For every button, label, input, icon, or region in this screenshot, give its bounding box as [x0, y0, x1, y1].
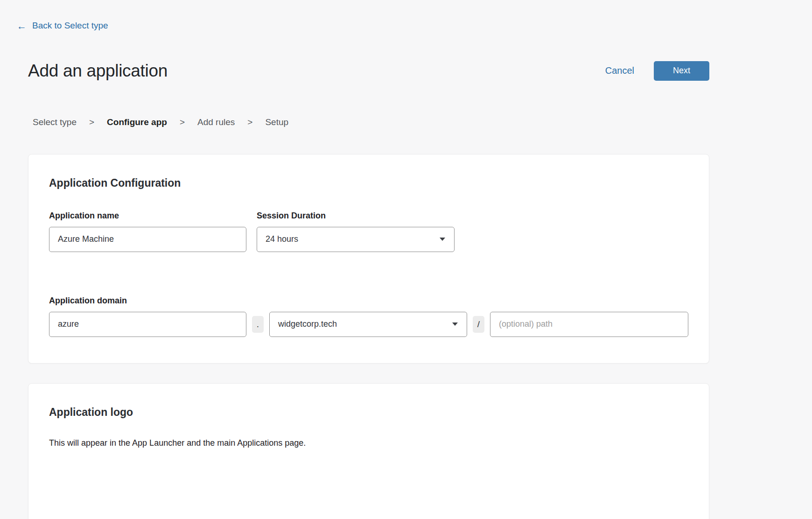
application-domain-label: Application domain — [49, 296, 127, 305]
application-logo-title: Application logo — [49, 406, 688, 419]
application-name-label: Application name — [49, 211, 246, 221]
breadcrumb-separator: > — [89, 117, 94, 127]
cancel-button[interactable]: Cancel — [605, 65, 634, 76]
next-button[interactable]: Next — [654, 61, 709, 81]
dot-separator: . — [252, 316, 264, 333]
subdomain-input[interactable] — [49, 312, 246, 337]
application-domain-row: . widgetcorp.tech / — [49, 312, 688, 337]
back-link[interactable]: ← Back to Select type — [17, 21, 108, 31]
breadcrumb-item-setup: Setup — [265, 117, 288, 127]
application-name-input[interactable] — [49, 227, 246, 252]
breadcrumb: Select type > Configure app > Add rules … — [33, 117, 709, 127]
slash-separator: / — [473, 316, 484, 333]
session-duration-label: Session Duration — [257, 211, 455, 221]
session-duration-field: Session Duration 24 hours — [257, 211, 455, 252]
breadcrumb-separator: > — [247, 117, 252, 127]
application-logo-description: This will appear in the App Launcher and… — [49, 438, 688, 448]
breadcrumb-item-add-rules: Add rules — [197, 117, 235, 127]
chevron-down-icon — [452, 322, 458, 326]
header-actions: Cancel Next — [605, 61, 709, 81]
page-title: Add an application — [28, 61, 168, 81]
application-domain-field: Application domain . widgetcorp.tech / — [49, 296, 688, 337]
application-logo-card: Application logo This will appear in the… — [28, 383, 709, 519]
domain-select-value: widgetcorp.tech — [278, 319, 337, 329]
domain-select[interactable]: widgetcorp.tech — [269, 312, 467, 337]
chevron-down-icon — [439, 237, 446, 241]
application-name-field: Application name — [49, 211, 246, 252]
breadcrumb-item-configure-app: Configure app — [107, 117, 167, 127]
application-configuration-card: Application Configuration Application na… — [28, 154, 709, 364]
application-configuration-title: Application Configuration — [49, 177, 688, 189]
page-container: Add an application Cancel Next Select ty… — [28, 61, 709, 519]
session-duration-value: 24 hours — [266, 234, 298, 244]
back-link-label: Back to Select type — [32, 21, 108, 31]
back-arrow-icon: ← — [17, 21, 27, 31]
breadcrumb-separator: > — [180, 117, 185, 127]
page-header: Add an application Cancel Next — [28, 61, 709, 81]
breadcrumb-item-select-type[interactable]: Select type — [33, 117, 77, 127]
session-duration-select[interactable]: 24 hours — [257, 227, 455, 252]
name-duration-row: Application name Session Duration 24 hou… — [49, 211, 688, 252]
path-input[interactable] — [490, 312, 688, 337]
